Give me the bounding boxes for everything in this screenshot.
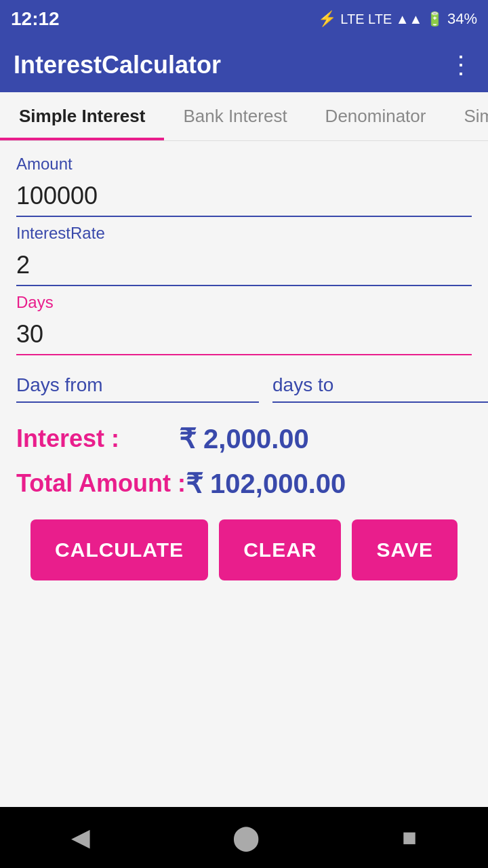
interest-value: ₹ 2,000.00 [179,423,309,454]
days-from-input[interactable] [16,369,259,403]
app-bar: InterestCalculator ⋮ [0,38,488,92]
days-input[interactable] [16,315,472,355]
clear-button[interactable]: CLEAR [219,519,341,580]
days-from-to-row [16,369,472,403]
amount-input[interactable] [16,176,472,217]
total-amount-label: Total Amount : [16,469,186,498]
menu-icon[interactable]: ⋮ [449,51,474,79]
amount-label: Amount [16,155,472,174]
back-button[interactable]: ◀ [71,823,90,852]
bottom-nav: ◀ ⬤ ■ [0,807,488,868]
total-amount-result-row: Total Amount : ₹ 102,000.00 [16,468,472,499]
amount-field-group: Amount [16,155,472,217]
days-to-input[interactable] [272,369,488,403]
calculate-button[interactable]: CALCULATE [30,519,208,580]
status-time: 12:12 [11,8,60,30]
interest-rate-field-group: InterestRate [16,224,472,286]
total-amount-value: ₹ 102,000.00 [186,468,346,499]
home-button[interactable]: ⬤ [232,823,260,852]
bluetooth-icon: ⚡ [318,10,336,28]
battery-text: 34% [447,10,477,28]
interest-label: Interest : [16,425,179,453]
app-title: InterestCalculator [14,51,221,79]
tab-bank-interest[interactable]: Bank Interest [164,92,306,140]
tab-simple2[interactable]: Sim [445,92,488,140]
action-buttons-row: CALCULATE CLEAR SAVE [16,519,472,580]
status-icons: ⚡ LTE LTE ▲▲ 🔋 34% [318,10,477,28]
tabs-container: Simple Interest Bank Interest Denominato… [0,92,488,141]
network-icons: LTE LTE ▲▲ 🔋 [340,11,443,27]
days-label: Days [16,293,472,312]
tab-simple-interest[interactable]: Simple Interest [0,92,164,140]
content-area: Amount InterestRate Days Interest : ₹ 2,… [0,141,488,662]
recents-button[interactable]: ■ [402,823,417,852]
days-field-group: Days [16,293,472,355]
interest-result-row: Interest : ₹ 2,000.00 [16,423,472,454]
save-button[interactable]: SAVE [352,519,457,580]
tab-denominator[interactable]: Denominator [306,92,445,140]
status-bar: 12:12 ⚡ LTE LTE ▲▲ 🔋 34% [0,0,488,38]
interest-rate-label: InterestRate [16,224,472,243]
interest-rate-input[interactable] [16,245,472,286]
